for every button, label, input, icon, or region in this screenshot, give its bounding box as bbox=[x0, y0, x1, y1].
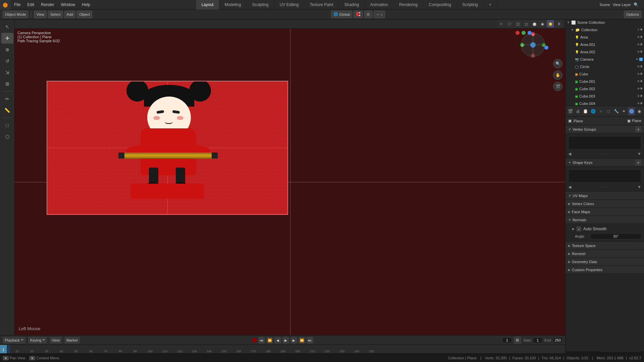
tab-shading[interactable]: Shading bbox=[339, 0, 365, 9]
next-frame-btn[interactable]: ⏩ bbox=[299, 337, 305, 344]
camera-view-btn[interactable]: 🎬 bbox=[553, 82, 562, 91]
tab-uv-editing[interactable]: UV Editing bbox=[274, 0, 305, 9]
xray-toggle[interactable]: ◫ bbox=[514, 20, 522, 27]
angle-value-input[interactable]: 30° bbox=[590, 233, 641, 239]
view-layer-selector[interactable]: View Layer bbox=[613, 3, 631, 7]
timeline-options-btn[interactable]: ⚙ bbox=[514, 337, 521, 344]
outliner-item-camera[interactable]: 📷 Camera 👁 bbox=[566, 56, 644, 63]
zoom-btn[interactable]: 🔍 bbox=[553, 59, 562, 68]
proportional-btn[interactable]: ◎ bbox=[364, 11, 372, 18]
scene-selector[interactable]: Scene bbox=[600, 3, 610, 7]
end-frame-input[interactable]: 250 bbox=[553, 338, 562, 343]
toolbar-view[interactable]: View bbox=[34, 11, 47, 18]
material-props-btn[interactable]: ◉ bbox=[636, 107, 643, 115]
jump-start-btn[interactable]: ⏮ bbox=[258, 337, 265, 344]
menu-render[interactable]: Render bbox=[38, 0, 57, 9]
outliner-item-scene-collection[interactable]: ▼ ⬜ Scene Collection bbox=[566, 19, 644, 26]
transform-global[interactable]: 🌐 Global bbox=[331, 11, 352, 18]
auto-smooth-checkbox[interactable]: ✓ bbox=[577, 227, 581, 231]
jump-end-btn[interactable]: ⏭ bbox=[307, 337, 313, 344]
toolbar-add[interactable]: Add bbox=[64, 11, 76, 18]
rotate-tool[interactable]: ↺ bbox=[1, 56, 13, 66]
menu-edit[interactable]: Edit bbox=[24, 0, 38, 9]
material-shading[interactable]: ◉ bbox=[539, 20, 546, 27]
navigation-gizmo[interactable]: Z X -X bbox=[520, 32, 546, 58]
shape-keys-section-header[interactable]: ▼ Shape Keys + bbox=[566, 159, 644, 167]
texture-space-section-header[interactable]: ▶ Texture Space bbox=[566, 242, 644, 250]
menu-window[interactable]: Window bbox=[57, 0, 78, 9]
viewport-gizmo-toggle[interactable]: ⌖ bbox=[497, 20, 505, 27]
world-props-btn[interactable]: ○ bbox=[597, 107, 604, 115]
face-maps-section-header[interactable]: ▶ Face Maps bbox=[566, 208, 644, 216]
outliner-item-cube[interactable]: ▣ Cube 👁 bbox=[566, 70, 644, 78]
shape-scroll-down[interactable]: ▼ bbox=[637, 185, 641, 189]
toolbar-object[interactable]: Object bbox=[77, 11, 92, 18]
rendered-shading[interactable]: 🌟 bbox=[547, 20, 554, 27]
cursor-tool[interactable]: ✛ bbox=[1, 33, 13, 44]
menu-help[interactable]: Help bbox=[78, 0, 94, 9]
view-layer-props-btn[interactable]: 📋 bbox=[582, 107, 589, 115]
outliner-item-cube002[interactable]: ▣ Cube.002 👁 bbox=[566, 85, 644, 93]
uv-maps-section-header[interactable]: ▼ UV Maps bbox=[566, 192, 644, 200]
extra-tool[interactable]: ⬡ bbox=[1, 131, 13, 142]
vertex-groups-add-btn[interactable]: + bbox=[635, 126, 641, 132]
marker-btn[interactable]: Marker bbox=[64, 337, 80, 344]
main-viewport[interactable]: Camera Perspective (1) Collection | Plan… bbox=[15, 29, 565, 335]
particles-props-btn[interactable]: ✦ bbox=[621, 107, 628, 115]
record-btn[interactable] bbox=[252, 338, 257, 343]
annotate-tool[interactable]: ✏ bbox=[1, 94, 13, 104]
vertex-colors-section-header[interactable]: ▶ Vertex Colors bbox=[566, 200, 644, 208]
output-props-btn[interactable]: 🖨 bbox=[575, 107, 582, 115]
outliner-item-collection[interactable]: ▼ 📁 Collection 👁 bbox=[566, 26, 644, 34]
viewport-pause-btn[interactable]: ⏸ bbox=[555, 20, 562, 27]
remesh-section-header[interactable]: ▶ Remesh bbox=[566, 250, 644, 258]
shape-keys-add-btn[interactable]: + bbox=[635, 160, 641, 166]
viewport-shading-options[interactable]: Options bbox=[624, 11, 641, 18]
tab-compositing[interactable]: Compositing bbox=[423, 0, 457, 9]
tab-layout[interactable]: Layout bbox=[196, 0, 219, 9]
next-keyframe-btn[interactable]: ▶ bbox=[290, 337, 297, 344]
prev-frame-btn[interactable]: ⏪ bbox=[266, 337, 273, 344]
viewport-overlays-toggle[interactable]: ⧂ bbox=[506, 20, 513, 27]
view-btn[interactable]: View bbox=[50, 337, 62, 344]
outliner-item-area001[interactable]: 💡 Area.001 👁 bbox=[566, 41, 644, 48]
prev-keyframe-btn[interactable]: ◀ bbox=[274, 337, 281, 344]
add-tool[interactable]: □ bbox=[1, 120, 13, 131]
solid-shading[interactable]: ⬤ bbox=[531, 20, 538, 27]
tab-rendering[interactable]: Rendering bbox=[394, 0, 423, 9]
object-props-btn[interactable]: □ bbox=[605, 107, 612, 115]
tab-scripting[interactable]: Scripting bbox=[457, 0, 484, 9]
vertex-groups-section-header[interactable]: ▼ Vertex Groups + bbox=[566, 125, 644, 133]
tab-animation[interactable]: Animation bbox=[365, 0, 394, 9]
menu-file[interactable]: File bbox=[11, 0, 24, 9]
toolbar-mode-selector[interactable]: Object Mode bbox=[3, 11, 28, 18]
tab-texture-paint[interactable]: Texture Paint bbox=[304, 0, 339, 9]
pan-btn[interactable]: ✋ bbox=[553, 70, 562, 80]
shape-scroll-left[interactable]: ◀ bbox=[568, 185, 571, 189]
outliner-item-cube001[interactable]: ▣ Cube.001 👁 bbox=[566, 78, 644, 85]
tab-modeling[interactable]: Modeling bbox=[219, 0, 247, 9]
search-icon[interactable]: 🔍 bbox=[634, 2, 639, 7]
transform-btn[interactable]: ↔ ↕ bbox=[374, 11, 385, 18]
outliner-item-cube003[interactable]: ▣ Cube.003 👁 bbox=[566, 93, 644, 100]
transform-tool[interactable]: ⊞ bbox=[1, 78, 13, 89]
scale-tool[interactable]: ⇲ bbox=[1, 67, 13, 78]
select-tool[interactable]: ↖ bbox=[1, 21, 13, 32]
keying-btn[interactable]: Keying bbox=[28, 337, 47, 344]
start-frame-input[interactable]: 1 bbox=[533, 338, 542, 343]
outliner-item-area002[interactable]: 💡 Area.002 👁 bbox=[566, 48, 644, 56]
playback-btn[interactable]: Playback bbox=[3, 337, 25, 344]
data-props-btn[interactable] bbox=[628, 107, 635, 115]
snap-btn[interactable]: 🧲 bbox=[354, 11, 363, 18]
wireframe-shading[interactable]: ◻ bbox=[523, 20, 530, 27]
custom-properties-section-header[interactable]: ▶ Custom Properties bbox=[566, 266, 644, 274]
render-props-btn[interactable]: 🎬 bbox=[567, 107, 574, 115]
move-tool[interactable]: ⊕ bbox=[1, 44, 13, 55]
tab-sculpting[interactable]: Sculpting bbox=[247, 0, 274, 9]
outliner-item-circle[interactable]: ◯ Circle 👁 bbox=[566, 63, 644, 70]
normals-section-header[interactable]: ▼ Normals bbox=[566, 216, 644, 224]
play-btn[interactable]: ▶ bbox=[282, 337, 289, 344]
current-frame-input[interactable]: 1 bbox=[502, 338, 512, 343]
tab-add[interactable]: + bbox=[484, 0, 497, 9]
outliner-item-area[interactable]: 💡 Area 👁 bbox=[566, 34, 644, 41]
